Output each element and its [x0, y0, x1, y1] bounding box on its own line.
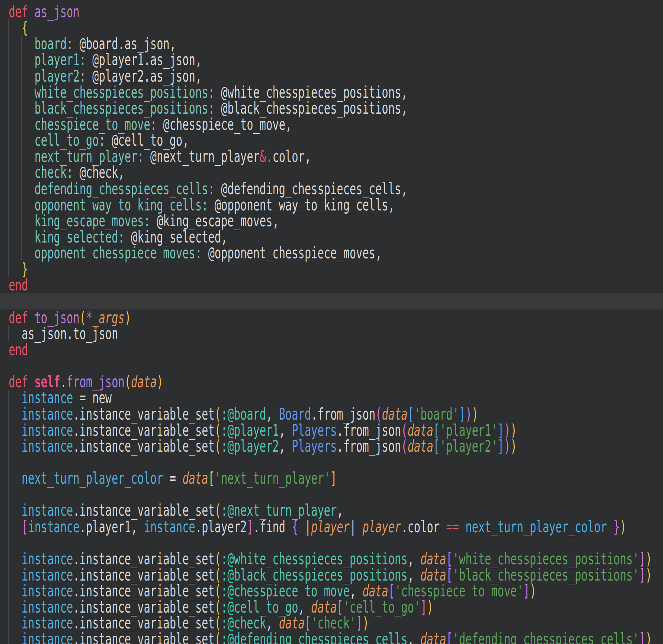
indent-guide — [21, 164, 22, 181]
code-token-txt: = — [163, 469, 183, 488]
code-token-b1: ) — [645, 630, 652, 644]
code-line: cell_to_go: @cell_to_go, — [0, 132, 663, 148]
code-token-b2: ( — [401, 436, 408, 456]
code-line: white_chesspieces_positions: @white_ches… — [0, 84, 663, 100]
code-token-sym: :@player2 — [221, 436, 279, 456]
code-token-b1: ) — [645, 565, 652, 584]
code-token-b2: ] — [420, 597, 427, 617]
code-token-par: data — [420, 630, 446, 644]
code-token-txt — [9, 469, 22, 488]
code-line: } — [0, 261, 663, 277]
code-line: player1: @player1.as_json, — [0, 52, 663, 68]
indent-guide — [8, 213, 9, 229]
code-token-txt: @opponent_chesspiece_moves, — [202, 244, 382, 262]
code-token-kw: end — [9, 276, 28, 295]
code-token-b1: ) — [530, 581, 536, 601]
indent-guide — [8, 599, 9, 615]
code-token-txt: .instance_variable_set — [73, 436, 215, 456]
code-token-txt — [9, 436, 22, 456]
indent-guide — [21, 148, 22, 164]
code-line: instance.instance_variable_set(:@defendi… — [0, 631, 663, 644]
indent-guide — [8, 567, 9, 583]
code-line: instance.instance_variable_set(:@chesspi… — [0, 583, 663, 599]
code-token-str: 'next_turn_player' — [215, 469, 330, 488]
code-line — [0, 486, 663, 503]
code-token-var: next_turn_player_color — [465, 517, 607, 536]
code-token-cls: Players — [292, 436, 337, 456]
code-line: def self.from_json(data) — [0, 374, 663, 390]
code-token-b2: ) — [504, 436, 510, 456]
code-token-sym: :@defending_chesspieces_cells — [221, 630, 408, 644]
code-token-txt — [9, 630, 22, 644]
code-line: instance = new — [0, 390, 663, 406]
indent-guide — [21, 180, 22, 197]
code-token-txt: .instance_variable_set — [73, 630, 215, 644]
indent-guide — [8, 132, 9, 148]
indent-guide — [8, 551, 9, 567]
indent-guide — [21, 213, 22, 229]
indent-guide — [21, 52, 22, 68]
code-line: check: @check, — [0, 164, 663, 181]
code-token-par: player — [311, 517, 350, 536]
indent-guide — [8, 406, 9, 422]
code-token-b1: ( — [215, 436, 221, 456]
indent-guide — [8, 503, 9, 519]
code-line: king_escape_moves: @king_escape_moves, — [0, 213, 663, 229]
indent-guide — [21, 245, 22, 261]
code-token-b3: [ — [433, 436, 440, 456]
code-token-op: == — [446, 517, 459, 536]
code-token-b2: ] — [524, 581, 530, 601]
indent-guide — [8, 325, 9, 342]
code-line: next_turn_player: @next_turn_player&.col… — [0, 148, 663, 164]
code-line — [0, 534, 663, 551]
code-line: def as_json — [0, 4, 663, 20]
indent-guide — [21, 100, 22, 116]
indent-guide — [21, 36, 22, 52]
code-token-txt: .find — [253, 517, 292, 536]
indent-guide — [8, 390, 9, 406]
code-line: instance.instance_variable_set(:@next_tu… — [0, 503, 663, 519]
code-token-var: instance — [22, 630, 73, 644]
code-token-txt: .player2 — [195, 517, 247, 536]
code-line: opponent_chesspiece_moves: @opponent_che… — [0, 245, 663, 261]
code-line: chesspiece_to_move: @chesspiece_to_move, — [0, 116, 663, 132]
code-token-var: instance — [28, 517, 79, 536]
code-line: defending_chesspieces_cells: @defending_… — [0, 180, 663, 197]
code-line — [0, 358, 663, 374]
indent-guide — [21, 229, 22, 245]
code-token-par: data — [182, 469, 208, 488]
code-line: instance.instance_variable_set(:@check, … — [0, 615, 663, 631]
indent-guide — [8, 164, 9, 181]
code-token-txt: @next_turn_player — [144, 147, 260, 166]
code-token-txt: .from_json — [337, 436, 401, 456]
indent-guide — [8, 36, 9, 52]
code-token-b1: [ — [208, 469, 215, 488]
code-editor[interactable]: def as_json { board: @board.as_json, pla… — [0, 0, 663, 644]
code-token-b1: ( — [215, 630, 221, 644]
code-token-txt — [459, 517, 465, 536]
indent-guide — [8, 229, 9, 245]
code-line: instance.instance_variable_set(:@player2… — [0, 438, 663, 454]
code-token-b2: [ — [22, 517, 28, 536]
indent-guide — [8, 422, 9, 438]
indent-guide — [21, 84, 22, 100]
code-token-txt: | — [298, 517, 311, 536]
indent-guide — [8, 615, 9, 631]
code-token-par: data — [408, 436, 433, 456]
indent-guide — [8, 519, 9, 534]
indent-guide — [21, 116, 22, 132]
code-line: instance.instance_variable_set(:@white_c… — [0, 551, 663, 567]
code-line: def to_json(*_args) — [0, 309, 663, 325]
indent-guide — [8, 245, 9, 261]
indent-guide — [8, 100, 9, 116]
code-token-b2: [ — [446, 630, 453, 644]
code-token-txt: | — [350, 517, 363, 536]
code-token-var: instance — [144, 517, 195, 536]
code-token-txt: , — [279, 436, 292, 456]
indent-guide — [8, 486, 9, 503]
code-token-b2: } — [614, 517, 620, 536]
code-token-b1: ) — [427, 597, 433, 617]
code-token-txt — [9, 517, 22, 536]
code-token-var: next_turn_player_color — [22, 469, 163, 488]
code-token-txt: .player1, — [79, 517, 144, 536]
